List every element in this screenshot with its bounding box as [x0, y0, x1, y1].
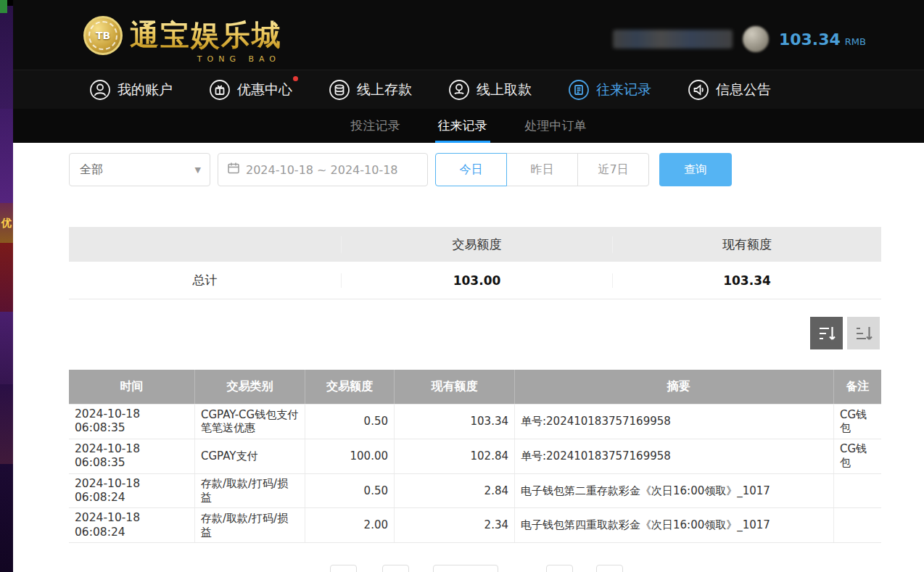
cell-time: 2024-10-18 06:08:24: [69, 508, 195, 542]
cell-time: 2024-10-18 06:08:24: [69, 474, 195, 508]
cell-amount: 2.00: [305, 508, 395, 542]
logo-text: 通宝娱乐城 TONG BAO: [130, 15, 282, 55]
records-icon: [568, 79, 590, 101]
cell-summary: 单号:202410183757169958: [515, 439, 834, 473]
last7days-button[interactable]: 近7日: [577, 153, 649, 186]
col-header-amount: 交易额度: [305, 370, 395, 404]
summary-table: 交易额度 现有额度 总计 103.00 103.34: [69, 227, 881, 299]
corner-badge: [0, 0, 7, 13]
coin-icon: [743, 26, 769, 52]
type-select-value: 全部: [80, 162, 103, 178]
strip-segment: [0, 243, 13, 312]
cell-type: CGPAY支付: [195, 439, 305, 473]
site-title: 通宝娱乐城: [130, 15, 282, 55]
yesterday-button[interactable]: 昨日: [506, 153, 578, 186]
cell-remark: CG钱包: [834, 439, 881, 473]
table-row: 2024-10-18 06:08:24 存款/取款/打码/损益 2.00 2.3…: [69, 507, 881, 542]
nav-label: 线上存款: [357, 80, 412, 99]
tab-processing-orders[interactable]: 处理中订单: [522, 109, 590, 143]
cell-balance: 2.84: [395, 474, 515, 508]
pagination-button[interactable]: [433, 565, 498, 572]
nav-item-records[interactable]: 往来记录: [568, 79, 651, 101]
strip-segment: [0, 109, 13, 203]
pagination-button[interactable]: [330, 565, 357, 572]
tab-label: 处理中订单: [525, 117, 587, 134]
cell-time: 2024-10-18 06:08:35: [69, 439, 195, 473]
strip-segment-char: 优: [0, 203, 13, 243]
nav-label: 往来记录: [596, 80, 651, 99]
pagination-button[interactable]: [596, 565, 623, 572]
table-row: 2024-10-18 06:08:35 CGPAY-CG钱包支付笔笔送优惠 0.…: [69, 404, 881, 439]
date-range-value: 2024-10-18 ~ 2024-10-18: [246, 163, 398, 177]
notification-dot: [293, 76, 298, 81]
summary-header-balance: 现有额度: [613, 236, 881, 253]
chevron-down-icon: ▼: [195, 165, 201, 175]
username-masked: [613, 30, 733, 49]
records-header-row: 时间 交易类别 交易额度 现有额度 摘要 备注: [69, 370, 881, 404]
tab-betting-records[interactable]: 投注记录: [348, 109, 403, 143]
summary-total-transaction: 103.00: [341, 273, 613, 288]
nav-label: 我的账户: [117, 80, 173, 99]
table-row: 2024-10-18 06:08:24 存款/取款/打码/损益 0.50 2.8…: [69, 473, 881, 508]
cell-summary: 电子钱包第四重取款彩金《次日16:00领取》_1017: [515, 508, 834, 542]
page: 优 TB 通宝娱乐城 TONG BAO 103.34: [0, 0, 924, 572]
tab-transaction-records[interactable]: 往来记录: [435, 109, 490, 143]
summary-total-balance: 103.34: [613, 273, 881, 288]
pagination-button[interactable]: [382, 565, 409, 572]
main-nav: 我的账户 优惠中心 线上存款: [13, 70, 924, 109]
quick-date-group: 今日 昨日 近7日: [435, 153, 649, 186]
filter-bar: 全部 ▼ 2024-10-18 ~ 2024-10-18 今日 昨日 近7日: [69, 153, 732, 186]
cell-summary: 单号:202410183757169958: [515, 405, 834, 439]
summary-total-label: 总计: [69, 272, 341, 289]
records-table: 时间 交易类别 交易额度 现有额度 摘要 备注 2024-10-18 06:08…: [69, 370, 881, 543]
pagination-button[interactable]: [546, 565, 573, 572]
site-subtitle: TONG BAO: [197, 54, 281, 64]
nav-item-deposit[interactable]: 线上存款: [329, 79, 412, 101]
tab-label: 往来记录: [438, 117, 487, 134]
megaphone-icon: [688, 79, 709, 101]
nav-item-promotions[interactable]: 优惠中心: [209, 79, 292, 101]
today-button[interactable]: 今日: [435, 153, 507, 186]
user-icon: [89, 79, 111, 101]
strip-segment: [0, 464, 13, 572]
background-strip: 优: [0, 0, 13, 572]
col-header-type: 交易类别: [195, 370, 305, 404]
cell-balance: 2.34: [395, 508, 515, 542]
nav-label: 线上取款: [477, 80, 532, 99]
cell-type: 存款/取款/打码/损益: [195, 474, 305, 508]
col-header-balance: 现有额度: [395, 370, 515, 404]
cell-balance: 103.34: [395, 405, 515, 439]
sort-ascending-button[interactable]: [847, 317, 880, 349]
cell-amount: 100.00: [305, 439, 395, 473]
cell-balance: 102.84: [395, 439, 515, 473]
withdraw-coin-icon: [448, 79, 470, 101]
nav-label: 信息公告: [716, 80, 771, 99]
balance-amount: 103.34: [779, 30, 841, 49]
nav-item-withdraw[interactable]: 线上取款: [448, 79, 532, 101]
date-range-input[interactable]: 2024-10-18 ~ 2024-10-18: [218, 153, 428, 186]
chip-label: TB: [96, 30, 110, 41]
type-select[interactable]: 全部 ▼: [69, 153, 210, 186]
summary-header-transaction: 交易额度: [341, 236, 613, 253]
balance-currency: RMB: [845, 36, 866, 47]
col-header-summary: 摘要: [515, 370, 834, 404]
tab-label: 投注记录: [351, 117, 400, 134]
cell-remark: CG钱包: [834, 405, 881, 439]
summary-header-row: 交易额度 现有额度: [69, 227, 881, 262]
record-tabs: 投注记录 往来记录 处理中订单: [13, 109, 924, 143]
nav-item-my-account[interactable]: 我的账户: [89, 79, 173, 101]
nav-item-announcements[interactable]: 信息公告: [688, 79, 771, 101]
col-header-time: 时间: [69, 370, 195, 404]
deposit-coins-icon: [329, 79, 350, 101]
sort-descending-button[interactable]: [810, 317, 843, 349]
cell-amount: 0.50: [305, 405, 395, 439]
cell-remark: [834, 508, 881, 542]
sort-controls: [810, 317, 880, 349]
cell-type: 存款/取款/打码/损益: [195, 508, 305, 542]
site-window: TB 通宝娱乐城 TONG BAO 103.34 RMB: [13, 0, 924, 572]
strip-segment: [0, 384, 13, 464]
search-button[interactable]: 查询: [659, 153, 732, 186]
cell-summary: 电子钱包第二重存款彩金《次日16:00领取》_1017: [515, 474, 834, 508]
table-row: 2024-10-18 06:08:35 CGPAY支付 100.00 102.8…: [69, 439, 881, 473]
balance: 103.34 RMB: [779, 30, 866, 49]
